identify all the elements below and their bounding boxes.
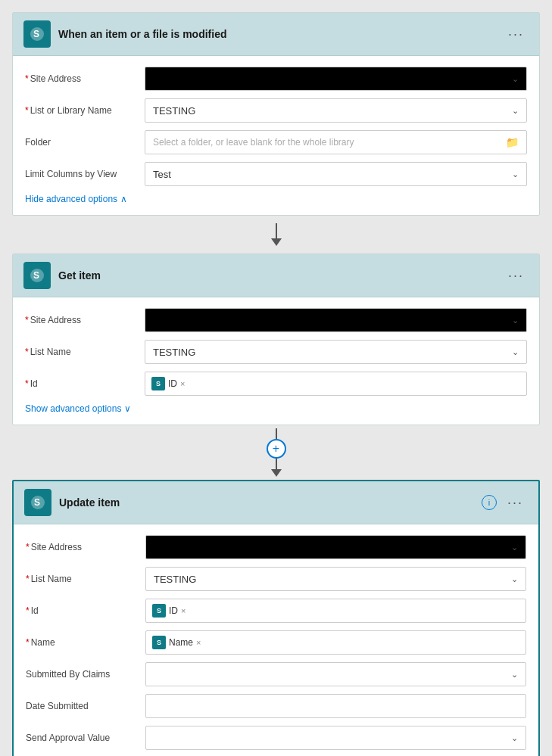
field-row-site-address-1: *Site Address ⌄ bbox=[25, 67, 527, 91]
folder-input-1[interactable]: Select a folder, or leave blank for the … bbox=[145, 130, 527, 154]
field-row-list-name-2: *List Name TESTING ⌄ bbox=[25, 340, 527, 364]
required-mark: * bbox=[26, 637, 30, 648]
sharepoint-icon-3: S bbox=[24, 489, 51, 516]
label-submitted-by-3: Submitted By Claims bbox=[26, 669, 139, 680]
chevron-site-address-3: ⌄ bbox=[511, 543, 518, 552]
control-site-address-3[interactable]: ⌄ bbox=[145, 535, 526, 559]
dropdown-list-name-3[interactable]: TESTING ⌄ bbox=[145, 567, 526, 591]
more-options-btn-3[interactable]: ··· bbox=[503, 492, 528, 514]
svg-text:S: S bbox=[34, 497, 40, 508]
sharepoint-icon-1: S bbox=[23, 20, 51, 48]
card-body-3: *Site Address ⌄ *List Name TESTING ⌄ bbox=[14, 524, 538, 756]
control-folder-1[interactable]: Select a folder, or leave blank for the … bbox=[145, 130, 527, 154]
tag-close-name-3[interactable]: × bbox=[196, 638, 201, 647]
dropdown-list-name-2[interactable]: TESTING ⌄ bbox=[145, 340, 527, 364]
control-id-2[interactable]: S ID × bbox=[145, 372, 527, 396]
tag-icon-name-3: S bbox=[152, 636, 166, 649]
connector-line-top bbox=[276, 428, 277, 439]
control-list-name-3[interactable]: TESTING ⌄ bbox=[145, 567, 526, 591]
card-header-icons-3: i ··· bbox=[482, 492, 528, 514]
card-body-1: *Site Address ⌄ *List or Library Name TE… bbox=[13, 56, 539, 215]
card-header-1: S When an item or a file is modified ··· bbox=[13, 13, 539, 56]
hide-advanced-toggle-1[interactable]: Hide advanced options ∧ bbox=[25, 194, 527, 204]
field-row-id-2: *Id S ID × bbox=[25, 372, 527, 396]
tag-field-id-3[interactable]: S ID × bbox=[145, 599, 526, 623]
control-send-approval-3[interactable]: ⌄ bbox=[145, 726, 526, 750]
card-get-item: S Get item ··· *Site Address ⌄ *List Nam… bbox=[12, 254, 540, 425]
required-mark: * bbox=[26, 574, 30, 584]
control-name-3[interactable]: S Name × bbox=[145, 630, 526, 655]
folder-icon: 📁 bbox=[506, 136, 519, 148]
dropdown-send-approval-3[interactable]: ⌄ bbox=[145, 726, 526, 750]
tag-close-id-3[interactable]: × bbox=[181, 606, 186, 615]
hide-advanced-icon-1: ∧ bbox=[120, 194, 127, 204]
tag-close-id-2[interactable]: × bbox=[180, 379, 185, 388]
control-site-address-2[interactable]: ⌄ bbox=[145, 308, 527, 332]
control-date-submitted-3[interactable] bbox=[145, 694, 526, 718]
input-date-submitted-3[interactable] bbox=[145, 694, 526, 718]
label-site-address-2: *Site Address bbox=[25, 315, 139, 325]
tag-id-3: S ID × bbox=[152, 604, 186, 618]
label-list-name-2: *List Name bbox=[25, 347, 139, 357]
field-row-date-submitted-3: Date Submitted bbox=[26, 694, 526, 718]
control-list-name-2[interactable]: TESTING ⌄ bbox=[145, 340, 527, 364]
control-id-3[interactable]: S ID × bbox=[145, 599, 526, 623]
label-list-name-3: *List Name bbox=[26, 574, 139, 584]
field-row-name-3: *Name S Name × bbox=[26, 630, 526, 655]
control-submitted-by-3[interactable]: ⌄ bbox=[145, 662, 526, 686]
field-row-folder-1: Folder Select a folder, or leave blank f… bbox=[25, 130, 527, 154]
required-mark: * bbox=[25, 315, 29, 325]
dropdown-site-address-2[interactable]: ⌄ bbox=[145, 308, 527, 332]
info-icon-3[interactable]: i bbox=[482, 495, 497, 510]
more-options-btn-1[interactable]: ··· bbox=[504, 23, 529, 45]
show-advanced-toggle-2[interactable]: Show advanced options ∨ bbox=[25, 403, 527, 414]
dropdown-list-name-1[interactable]: TESTING ⌄ bbox=[145, 98, 527, 123]
required-mark: * bbox=[25, 347, 29, 357]
dropdown-site-address-3[interactable]: ⌄ bbox=[145, 535, 526, 559]
card-header-2: S Get item ··· bbox=[13, 254, 539, 297]
tag-icon-id-2: S bbox=[151, 377, 165, 390]
connector-line-bottom bbox=[276, 459, 277, 469]
label-date-submitted-3: Date Submitted bbox=[26, 701, 139, 711]
arrow-down-1 bbox=[271, 238, 282, 246]
card-header-left-3: S Update item bbox=[24, 489, 120, 516]
dropdown-site-address-1[interactable]: ⌄ bbox=[145, 67, 527, 91]
show-advanced-label-2: Show advanced options bbox=[25, 403, 121, 414]
dropdown-value-list-name-3: TESTING bbox=[154, 574, 196, 585]
dropdown-limit-columns-1[interactable]: Test ⌄ bbox=[145, 162, 527, 186]
control-site-address-1[interactable]: ⌄ bbox=[145, 67, 527, 91]
chevron-site-address-1: ⌄ bbox=[512, 74, 519, 84]
field-row-id-3: *Id S ID × bbox=[26, 599, 526, 623]
card-title-1: When an item or a file is modified bbox=[58, 28, 226, 40]
arrow-down-2 bbox=[271, 469, 282, 477]
dropdown-value-list-name-1: TESTING bbox=[153, 105, 195, 117]
tag-label-id-2: ID bbox=[168, 378, 177, 389]
plus-circle-btn[interactable]: + bbox=[267, 439, 286, 459]
field-row-site-address-2: *Site Address ⌄ bbox=[25, 308, 527, 332]
chevron-list-name-1: ⌄ bbox=[512, 106, 519, 116]
required-mark: * bbox=[25, 105, 29, 116]
tag-label-id-3: ID bbox=[169, 605, 178, 616]
field-row-site-address-3: *Site Address ⌄ bbox=[26, 535, 526, 559]
field-row-limit-columns-1: Limit Columns by View Test ⌄ bbox=[25, 162, 527, 186]
chevron-list-name-3: ⌄ bbox=[511, 574, 518, 584]
label-list-name-1: *List or Library Name bbox=[25, 105, 139, 116]
connector-arrow-1 bbox=[12, 216, 540, 254]
folder-placeholder-1: Select a folder, or leave blank for the … bbox=[153, 137, 354, 148]
chevron-submitted-by-3: ⌄ bbox=[511, 670, 518, 680]
dropdown-submitted-by-3[interactable]: ⌄ bbox=[145, 662, 526, 686]
hide-advanced-label-1: Hide advanced options bbox=[25, 194, 117, 204]
label-site-address-3: *Site Address bbox=[26, 542, 139, 552]
tag-field-name-3[interactable]: S Name × bbox=[145, 630, 526, 655]
sharepoint-icon-2: S bbox=[23, 262, 51, 289]
field-row-list-name-3: *List Name TESTING ⌄ bbox=[26, 567, 526, 591]
control-list-name-1[interactable]: TESTING ⌄ bbox=[145, 98, 527, 123]
card-when-item-modified: S When an item or a file is modified ···… bbox=[12, 12, 540, 216]
field-row-submitted-by-3: Submitted By Claims ⌄ bbox=[26, 662, 526, 686]
field-row-list-name-1: *List or Library Name TESTING ⌄ bbox=[25, 98, 527, 123]
chevron-send-approval-3: ⌄ bbox=[511, 733, 518, 743]
tag-field-id-2[interactable]: S ID × bbox=[145, 372, 527, 396]
control-limit-columns-1[interactable]: Test ⌄ bbox=[145, 162, 527, 186]
more-options-btn-2[interactable]: ··· bbox=[504, 265, 529, 287]
label-folder-1: Folder bbox=[25, 137, 139, 148]
